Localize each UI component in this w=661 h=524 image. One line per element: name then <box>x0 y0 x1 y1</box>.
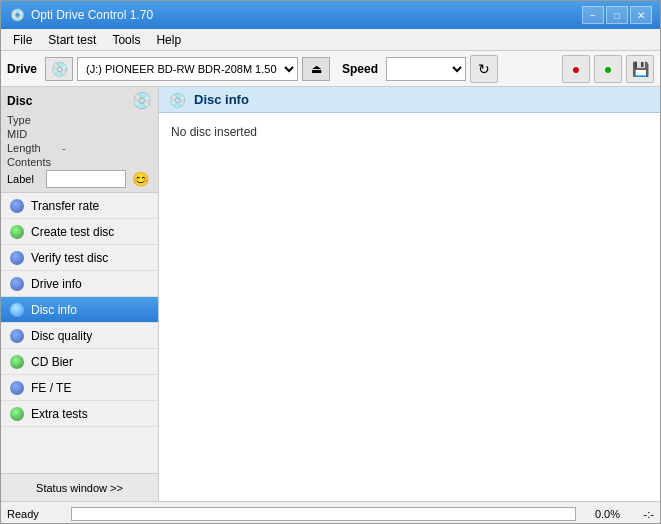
minimize-button[interactable]: − <box>582 6 604 24</box>
status-time: -:- <box>624 508 654 520</box>
app-icon: 💿 <box>9 7 25 23</box>
drive-icon: 💿 <box>45 57 73 81</box>
label-text: Label <box>7 173 42 185</box>
window-controls: − □ ✕ <box>582 6 652 24</box>
nav-item-extra-tests[interactable]: Extra tests <box>1 401 158 427</box>
toolbar: Drive 💿 (J:) PIONEER BD-RW BDR-208M 1.50… <box>1 51 660 87</box>
transfer-rate-icon <box>9 198 25 214</box>
close-button[interactable]: ✕ <box>630 6 652 24</box>
red-orb-button[interactable]: ● <box>562 55 590 83</box>
cd-bier-icon <box>9 354 25 370</box>
disc-type-label: Type <box>7 114 62 126</box>
nav-item-fe-te[interactable]: FE / TE <box>1 375 158 401</box>
create-test-disc-label: Create test disc <box>31 225 114 239</box>
nav-item-create-test-disc[interactable]: Create test disc <box>1 219 158 245</box>
eject-button[interactable]: ⏏ <box>302 57 330 81</box>
fe-te-icon <box>9 380 25 396</box>
sidebar-nav: Transfer rate Create test disc Verify te… <box>1 193 158 473</box>
nav-item-verify-test-disc[interactable]: Verify test disc <box>1 245 158 271</box>
menu-bar: File Start test Tools Help <box>1 29 660 51</box>
label-edit-button[interactable]: 😊 <box>130 170 150 188</box>
disc-info-icon <box>9 302 25 318</box>
status-ready: Ready <box>7 508 67 520</box>
drive-info-label: Drive info <box>31 277 82 291</box>
fe-te-label: FE / TE <box>31 381 71 395</box>
disc-title: Disc <box>7 94 32 108</box>
main-layout: Disc 💿 Type MID Length - Contents Label <box>1 87 660 501</box>
status-bar: Ready 0.0% -:- <box>1 501 660 524</box>
app-title: Opti Drive Control 1.70 <box>31 8 582 22</box>
nav-item-drive-info[interactable]: Drive info <box>1 271 158 297</box>
disc-field-length: Length - <box>7 142 152 154</box>
refresh-button[interactable]: ↻ <box>470 55 498 83</box>
content-area: 💿 Disc info No disc inserted <box>159 87 660 501</box>
nav-item-disc-info[interactable]: Disc info <box>1 297 158 323</box>
extra-tests-icon <box>9 406 25 422</box>
speed-label: Speed <box>342 62 378 76</box>
nav-item-disc-quality[interactable]: Disc quality <box>1 323 158 349</box>
disc-info-label: Disc info <box>31 303 77 317</box>
disc-field-type: Type <box>7 114 152 126</box>
disc-mid-label: MID <box>7 128 62 140</box>
disc-contents-label: Contents <box>7 156 62 168</box>
disc-eject-icon[interactable]: 💿 <box>132 91 152 110</box>
content-header: 💿 Disc info <box>159 87 660 113</box>
menu-help[interactable]: Help <box>148 31 189 49</box>
menu-tools[interactable]: Tools <box>104 31 148 49</box>
disc-quality-label: Disc quality <box>31 329 92 343</box>
status-progress-container <box>71 507 576 521</box>
content-body: No disc inserted <box>159 113 660 501</box>
maximize-button[interactable]: □ <box>606 6 628 24</box>
nav-item-cd-bier[interactable]: CD Bier <box>1 349 158 375</box>
create-test-disc-icon <box>9 224 25 240</box>
title-bar: 💿 Opti Drive Control 1.70 − □ ✕ <box>1 1 660 29</box>
drive-selector-group: 💿 (J:) PIONEER BD-RW BDR-208M 1.50 ⏏ <box>45 57 330 81</box>
status-percent: 0.0% <box>580 508 620 520</box>
disc-field-contents: Contents <box>7 156 152 168</box>
menu-file[interactable]: File <box>5 31 40 49</box>
content-header-icon: 💿 <box>169 92 186 108</box>
sidebar: Disc 💿 Type MID Length - Contents Label <box>1 87 159 501</box>
save-button[interactable]: 💾 <box>626 55 654 83</box>
verify-test-disc-icon <box>9 250 25 266</box>
green-orb-button[interactable]: ● <box>594 55 622 83</box>
disc-length-label: Length <box>7 142 62 154</box>
disc-length-value: - <box>62 142 66 154</box>
label-input[interactable] <box>46 170 126 188</box>
cd-bier-label: CD Bier <box>31 355 73 369</box>
nav-item-transfer-rate[interactable]: Transfer rate <box>1 193 158 219</box>
verify-test-disc-label: Verify test disc <box>31 251 108 265</box>
content-header-title: Disc info <box>194 92 249 107</box>
transfer-rate-label: Transfer rate <box>31 199 99 213</box>
disc-label-row: Label 😊 <box>7 170 152 188</box>
no-disc-message: No disc inserted <box>171 125 257 139</box>
drive-info-icon <box>9 276 25 292</box>
disc-header: Disc 💿 <box>7 91 152 110</box>
status-window-button[interactable]: Status window >> <box>1 473 158 501</box>
menu-start-test[interactable]: Start test <box>40 31 104 49</box>
speed-select[interactable] <box>386 57 466 81</box>
extra-tests-label: Extra tests <box>31 407 88 421</box>
drive-label: Drive <box>7 62 37 76</box>
drive-select[interactable]: (J:) PIONEER BD-RW BDR-208M 1.50 <box>77 57 298 81</box>
disc-field-mid: MID <box>7 128 152 140</box>
disc-section: Disc 💿 Type MID Length - Contents Label <box>1 87 158 193</box>
disc-quality-icon <box>9 328 25 344</box>
